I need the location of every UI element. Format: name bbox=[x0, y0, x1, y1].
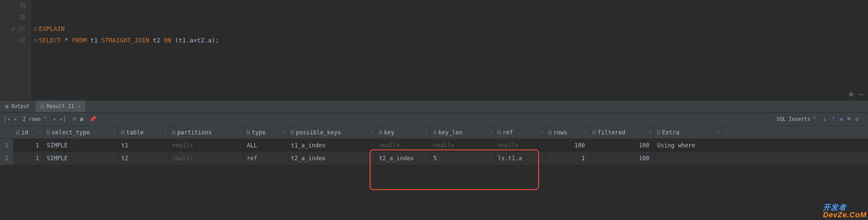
sort-icon[interactable]: ⇅ bbox=[239, 130, 241, 134]
last-page-icon[interactable]: ▸⎮ bbox=[60, 116, 66, 122]
sort-icon[interactable]: ⇅ bbox=[490, 130, 492, 134]
sort-icon[interactable]: ⇅ bbox=[164, 130, 166, 134]
watermark: 开发者 DevZe.CoM bbox=[823, 204, 867, 219]
column-icon: ⌸ bbox=[121, 130, 124, 135]
column-icon: ⌸ bbox=[47, 130, 50, 135]
cell-Extra[interactable] bbox=[654, 152, 722, 165]
column-icon: ⌸ bbox=[549, 130, 551, 135]
sort-icon[interactable]: ⇅ bbox=[113, 130, 116, 134]
column-icon: ⌸ bbox=[657, 130, 660, 135]
close-icon[interactable]: × bbox=[78, 104, 80, 109]
sort-icon[interactable]: ⇅ bbox=[283, 130, 285, 134]
sort-icon[interactable]: ⇅ bbox=[649, 130, 651, 134]
column-header-partitions[interactable]: ⌸partitions⇅ bbox=[170, 126, 244, 139]
cell-Extra[interactable]: Using where bbox=[654, 139, 722, 152]
row-number: 1 bbox=[0, 139, 14, 152]
cell-key[interactable]: <null> bbox=[376, 139, 431, 152]
minimize-icon[interactable]: — bbox=[859, 90, 863, 98]
cell-key[interactable]: t2_a_index bbox=[376, 152, 431, 165]
table-row[interactable]: 11SIMPLEt1<null>ALLt1_a_index<null><null… bbox=[0, 139, 868, 152]
compare-icon[interactable]: ⇄ bbox=[840, 116, 843, 122]
column-icon: ⌸ bbox=[291, 130, 294, 135]
upload-icon[interactable]: ⭱ bbox=[831, 116, 836, 122]
cell-table[interactable]: t1 bbox=[119, 139, 170, 152]
editor-top-icons: ⚙ — bbox=[849, 90, 863, 98]
export-format-dropdown[interactable]: SQL Inserts ˅ bbox=[774, 116, 818, 122]
download-icon[interactable]: ⭳ bbox=[822, 116, 828, 122]
column-icon: ⌸ bbox=[247, 130, 250, 135]
cell-possible_keys[interactable]: t2_a_index bbox=[288, 152, 376, 165]
column-header-ref[interactable]: ⌸ref⇅ bbox=[495, 126, 546, 139]
column-header-Extra[interactable]: ⌸Extra⇅ bbox=[654, 126, 722, 139]
column-header-key[interactable]: ⌸key⇅ bbox=[376, 126, 431, 139]
result-toolbar: ⎮◂ ◂ 2 rows ˅ ▸ ▸⎮ ⟳ ■ 📌 SQL Inserts ˅ ⭳… bbox=[0, 112, 868, 126]
column-header-key_len[interactable]: ⌸key_len⇅ bbox=[431, 126, 495, 139]
column-header-possible_keys[interactable]: ⌸possible_keys⇅ bbox=[288, 126, 376, 139]
cell-partitions[interactable]: <null> bbox=[170, 152, 244, 165]
row-number: 2 bbox=[0, 152, 14, 165]
cell-select_type[interactable]: SIMPLE bbox=[44, 152, 119, 165]
gear-icon[interactable]: ⚙ bbox=[849, 90, 853, 98]
eye-icon[interactable]: 👁 bbox=[846, 116, 852, 122]
cell-partitions[interactable]: <null> bbox=[170, 139, 244, 152]
check-icon: ✓ bbox=[12, 25, 15, 33]
fold-icon[interactable]: ⊟ bbox=[34, 25, 38, 32]
column-header-table[interactable]: ⌸table⇅ bbox=[119, 126, 170, 139]
column-header-id[interactable]: ⌸id⇅ bbox=[14, 126, 44, 139]
pin-icon[interactable]: 📌 bbox=[90, 116, 96, 122]
cell-filtered[interactable]: 100 bbox=[590, 152, 654, 165]
column-header-select_type[interactable]: ⌸select_type⇅ bbox=[44, 126, 119, 139]
chevron-down-icon: ˅ bbox=[44, 116, 47, 122]
chevron-down-icon: ˅ bbox=[813, 116, 816, 122]
column-icon: ⌸ bbox=[498, 130, 500, 135]
grid-body: 11SIMPLEt1<null>ALLt1_a_index<null><null… bbox=[0, 139, 868, 165]
cell-id[interactable]: 1 bbox=[14, 139, 44, 152]
sort-icon[interactable]: ⇅ bbox=[371, 130, 373, 134]
tab-result-label: Result 11 bbox=[46, 103, 74, 109]
cell-rows[interactable]: 1 bbox=[546, 152, 590, 165]
cell-key_len[interactable]: 5 bbox=[431, 152, 495, 165]
cell-ref[interactable]: <null> bbox=[495, 139, 546, 152]
gutter-line: 22 bbox=[0, 35, 30, 46]
prev-page-icon[interactable]: ◂ bbox=[13, 116, 17, 122]
sort-icon[interactable]: ⇅ bbox=[717, 130, 719, 134]
sort-icon[interactable]: ⇅ bbox=[39, 130, 41, 134]
gear-icon[interactable]: ⚙ bbox=[855, 116, 859, 122]
cell-table[interactable]: t2 bbox=[119, 152, 170, 165]
cell-select_type[interactable]: SIMPLE bbox=[44, 139, 119, 152]
sort-icon[interactable]: ⇅ bbox=[585, 130, 587, 134]
column-header-filtered[interactable]: ⌸filtered⇅ bbox=[590, 126, 654, 139]
table-icon: ⌸ bbox=[41, 103, 44, 109]
rows-count[interactable]: 2 rows ˅ bbox=[20, 116, 50, 122]
fold-icon[interactable]: ⊟ bbox=[34, 37, 38, 44]
cell-filtered[interactable]: 100 bbox=[590, 139, 654, 152]
code-line[interactable]: ⊟SELECT * FROM t1 STRAIGHT_JOIN t2 ON (t… bbox=[34, 35, 868, 46]
sort-icon[interactable]: ⇅ bbox=[425, 130, 428, 134]
tab-output[interactable]: ▣ Output bbox=[0, 100, 35, 112]
refresh-icon[interactable]: ⟳ bbox=[72, 116, 77, 122]
first-page-icon[interactable]: ⎮◂ bbox=[3, 116, 10, 122]
editor-gutter: 1920✓2122 bbox=[0, 0, 31, 100]
cell-possible_keys[interactable]: t1_a_index bbox=[288, 139, 376, 152]
cell-key_len[interactable]: <null> bbox=[431, 139, 495, 152]
editor-code[interactable]: ⊟EXPLAIN⊟SELECT * FROM t1 STRAIGHT_JOIN … bbox=[31, 0, 868, 100]
code-line[interactable]: ⊟EXPLAIN bbox=[34, 23, 868, 35]
cell-id[interactable]: 1 bbox=[14, 152, 44, 165]
sql-editor: 1920✓2122 ⊟EXPLAIN⊟SELECT * FROM t1 STRA… bbox=[0, 0, 868, 100]
code-line[interactable] bbox=[34, 12, 868, 23]
table-row[interactable]: 21SIMPLEt2<null>reft2_a_indext2_a_index5… bbox=[0, 152, 868, 165]
cell-type[interactable]: ref bbox=[244, 152, 288, 165]
result-tab-bar: ▣ Output ⌸ Result 11 × bbox=[0, 100, 868, 112]
cell-ref[interactable]: ls.t1.a bbox=[495, 152, 546, 165]
column-header-rows[interactable]: ⌸rows⇅ bbox=[546, 126, 590, 139]
column-header-type[interactable]: ⌸type⇅ bbox=[244, 126, 288, 139]
column-icon: ⌸ bbox=[16, 130, 19, 135]
tab-result[interactable]: ⌸ Result 11 × bbox=[35, 100, 86, 112]
stop-icon[interactable]: ■ bbox=[80, 116, 83, 122]
column-icon: ⌸ bbox=[433, 130, 436, 135]
cell-type[interactable]: ALL bbox=[244, 139, 288, 152]
next-page-icon[interactable]: ▸ bbox=[53, 116, 56, 122]
code-line[interactable] bbox=[34, 0, 868, 12]
sort-icon[interactable]: ⇅ bbox=[540, 130, 543, 134]
cell-rows[interactable]: 100 bbox=[546, 139, 590, 152]
